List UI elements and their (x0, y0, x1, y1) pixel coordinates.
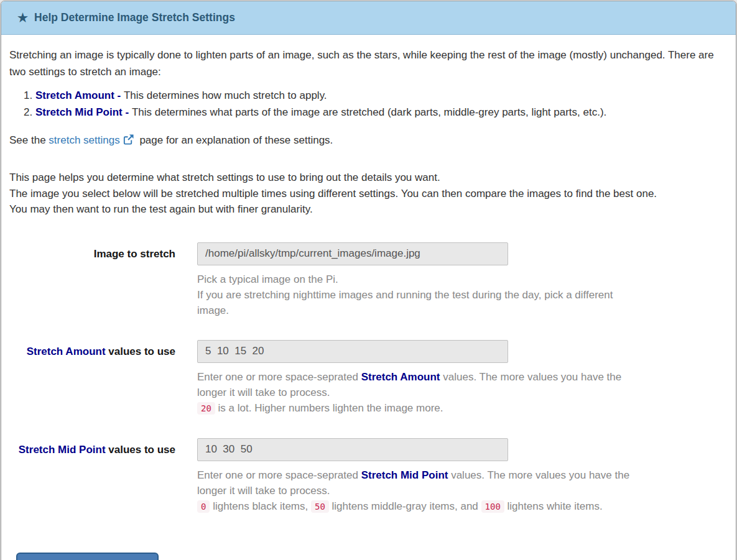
image-help: Pick a typical image on the Pi. If you a… (197, 272, 636, 318)
stretch-amount-label-term: Stretch Amount (27, 346, 106, 357)
stretch-amount-term: Stretch Amount - (35, 90, 124, 101)
midpoint-note-code-50: 50 (311, 500, 329, 513)
stretch-mid-point-help-text: Enter one or more space-seprated Stretch… (197, 467, 636, 498)
stretch-amount-note: 20 is a lot. Higher numbers lighten the … (197, 400, 636, 416)
panel-header: ★ Help Determine Image Stretch Settings (1, 1, 736, 35)
about-line-3: You may then want to run the test again … (9, 201, 720, 218)
stretch-amount-help-text: Enter one or more space-seprated Stretch… (197, 369, 636, 400)
about-line-1: This page helps you determine what stret… (9, 170, 720, 186)
see-prefix: See the (9, 134, 49, 146)
stretch-amount-help-term: Stretch Amount (361, 371, 440, 383)
help-pre: Enter one or more space-seprated (197, 371, 361, 383)
image-help-line-1: Pick a typical image on the Pi. (197, 272, 636, 287)
stretch-mid-point-label: Stretch Mid Point values to use (9, 438, 175, 456)
midpoint-note-code-0: 0 (197, 500, 210, 513)
stretch-settings-link[interactable]: stretch settings (49, 134, 136, 146)
amount-note-text: is a lot. Higher numbers lighten the ima… (215, 402, 443, 414)
stretch-amount-label: Stretch Amount values to use (9, 340, 175, 358)
image-to-stretch-label: Image to stretch (9, 242, 175, 260)
stretch-mid-point-row: Stretch Mid Point values to use Enter on… (9, 438, 720, 515)
image-to-stretch-input[interactable] (197, 242, 508, 265)
stretch-settings-link-label: stretch settings (49, 134, 119, 146)
stretch-form: Image to stretch Pick a typical image on… (9, 242, 720, 560)
intro-paragraph: Stretching an image is typically done to… (9, 47, 720, 81)
stretch-mid-point-note: 0 lightens black items, 50 lightens midd… (197, 498, 636, 515)
panel-body: Stretching an image is typically done to… (1, 35, 736, 560)
see-suffix: page for an explanation of these setting… (137, 134, 333, 146)
stretch-mid-point-input[interactable] (197, 438, 508, 461)
stretch-mid-point-term: Stretch Mid Point - (35, 106, 132, 118)
stretch-amount-label-rest: values to use (106, 346, 175, 357)
stretch-mid-point-help: Enter one or more space-seprated Stretch… (197, 467, 636, 515)
midpoint-note-text-1: lightens black items, (210, 500, 311, 512)
image-to-stretch-row: Image to stretch Pick a typical image on… (9, 242, 720, 318)
stretch-amount-input[interactable] (197, 340, 508, 363)
midpoint-note-text-2: lightens middle-gray items, and (329, 500, 481, 512)
page-title: Help Determine Image Stretch Settings (34, 11, 235, 24)
about-block: This page helps you determine what stret… (9, 170, 720, 218)
midpoint-note-code-100: 100 (481, 500, 504, 513)
stretch-amount-row: Stretch Amount values to use Enter one o… (9, 340, 720, 416)
stretch-mid-point-desc: This determines what parts of the image … (132, 106, 606, 118)
stretch-amount-help: Enter one or more space-seprated Stretch… (197, 369, 636, 416)
amount-note-code: 20 (197, 402, 215, 415)
stretch-mid-point-control: Enter one or more space-seprated Stretch… (197, 438, 645, 515)
see-settings-line: See the stretch settings page for an exp… (9, 134, 720, 147)
help-pre: Enter one or more space-seprated (197, 469, 361, 481)
midpoint-note-text-3: lightens white items. (504, 500, 603, 512)
stretch-mid-point-help-term: Stretch Mid Point (361, 469, 448, 481)
image-to-stretch-control: Pick a typical image on the Pi. If you a… (197, 242, 645, 318)
list-item-stretch-amount: Stretch Amount - This determines how muc… (35, 88, 720, 103)
create-stretched-images-button[interactable]: Create Stretched Images (16, 553, 159, 560)
external-link-icon (123, 134, 134, 145)
list-item-stretch-mid-point: Stretch Mid Point - This determines what… (35, 105, 720, 120)
image-help-line-2: If you are stretching nighttime images a… (197, 287, 636, 318)
about-line-2: The image you select below will be stret… (9, 186, 720, 202)
stretch-amount-control: Enter one or more space-seprated Stretch… (197, 340, 645, 416)
stretch-mid-point-label-term: Stretch Mid Point (19, 444, 106, 456)
stretch-settings-panel: ★ Help Determine Image Stretch Settings … (1, 1, 736, 560)
stretch-mid-point-label-rest: values to use (106, 444, 175, 456)
settings-list: Stretch Amount - This determines how muc… (9, 88, 720, 120)
star-icon: ★ (17, 12, 28, 24)
stretch-amount-desc: This determines how much stretch to appl… (124, 90, 327, 101)
